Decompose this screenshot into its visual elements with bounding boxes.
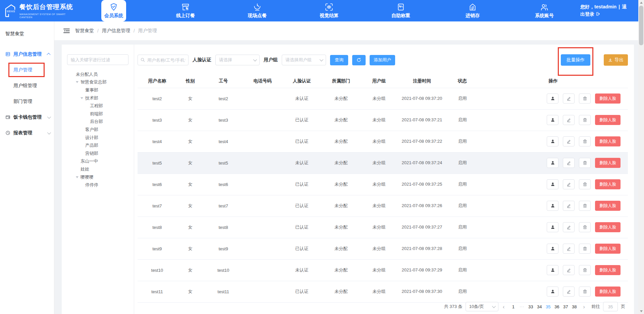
edit-button[interactable] xyxy=(563,179,575,189)
table-row[interactable]: test5 女 test5 未认证 未分配 未分组 2021-07-08 09:… xyxy=(138,152,628,174)
delete-face-button[interactable]: 删除人脸 xyxy=(595,179,621,189)
query-button[interactable]: 查询 xyxy=(330,55,348,65)
table-row[interactable]: test7 女 test7 已认证 未分配 未分组 2021-07-08 09:… xyxy=(138,195,628,216)
edit-button[interactable] xyxy=(563,201,575,211)
page-number[interactable]: 38 xyxy=(570,302,579,311)
page-number[interactable]: 34 xyxy=(535,302,544,311)
upload-avatar-button[interactable] xyxy=(547,115,558,125)
tree-node[interactable]: 后台部 xyxy=(67,118,128,126)
tree-node[interactable]: 董事部 xyxy=(67,86,128,94)
scrollbar-down-arrow[interactable] xyxy=(638,309,644,314)
table-row[interactable]: test6 女 test6 已认证 未分配 未分组 2021-07-08 09:… xyxy=(138,174,628,195)
tree-node[interactable]: 智慧食堂总部 xyxy=(67,78,128,86)
delete-face-button[interactable]: 删除人脸 xyxy=(595,136,621,146)
sidebar-group-meal-card-wallet[interactable]: 饭卡钱包管理 xyxy=(0,109,54,125)
tree-node[interactable]: 未分配人员 xyxy=(67,70,128,78)
table-row[interactable]: test2 女 test2 未认证 未分配 未分组 2021-07-08 09:… xyxy=(138,88,628,109)
table-row[interactable]: test4 女 test4 已认证 未分配 未分组 2021-07-08 09:… xyxy=(138,131,628,152)
nav-item-self-weighing[interactable]: 自助称重 xyxy=(365,0,437,21)
sidebar-group-user-info[interactable]: 用户信息管理 xyxy=(0,46,54,62)
nav-item-member-system[interactable]: 会员系统 xyxy=(101,0,126,21)
edit-button[interactable] xyxy=(563,287,575,297)
delete-face-button[interactable]: 删除人脸 xyxy=(595,158,621,168)
vertical-scrollbar[interactable] xyxy=(638,0,644,314)
table-row[interactable]: test3 女 test3 已认证 未分配 未分组 2021-07-08 09:… xyxy=(138,109,628,131)
tree-node[interactable]: 东山一中 xyxy=(67,158,128,166)
edit-button[interactable] xyxy=(563,93,575,104)
logout-icon[interactable] xyxy=(596,11,600,17)
tree-node[interactable]: 前端部 xyxy=(67,110,128,118)
nav-item-online-order[interactable]: 线上订餐 xyxy=(150,0,221,21)
delete-button[interactable] xyxy=(579,244,591,254)
tree-node[interactable]: 产品部 xyxy=(67,141,128,149)
delete-button[interactable] xyxy=(579,136,591,146)
tree-node[interactable]: 工程部 xyxy=(67,102,128,110)
sidebar-item-user-group-management[interactable]: 用户组管理 xyxy=(0,78,54,93)
page-number[interactable]: 33 xyxy=(526,302,535,311)
user-group-select[interactable]: 请选择用户组 xyxy=(282,55,326,65)
page-number[interactable]: 35 xyxy=(544,302,552,311)
batch-operation-button[interactable]: 批量操作 xyxy=(561,54,590,66)
upload-avatar-button[interactable] xyxy=(547,265,558,275)
nav-item-vision-checkout[interactable]: 视觉结算 xyxy=(293,0,365,21)
sidebar-item-user-management[interactable]: 用户管理 xyxy=(0,62,54,78)
tree-caret-icon[interactable] xyxy=(76,176,80,178)
upload-avatar-button[interactable] xyxy=(547,287,558,297)
edit-button[interactable] xyxy=(563,265,575,275)
tree-node[interactable]: 嘤嘤嘤 xyxy=(67,173,128,181)
upload-avatar-button[interactable] xyxy=(547,158,558,168)
page-number[interactable]: 1 xyxy=(509,302,518,311)
table-row[interactable]: test9 女 test9 已认证 未分配 未分组 2021-07-08 09:… xyxy=(138,238,628,259)
delete-face-button[interactable]: 删除人脸 xyxy=(595,287,621,297)
collapse-menu-icon[interactable] xyxy=(63,28,70,34)
tree-filter-input[interactable] xyxy=(67,54,128,65)
scrollbar-thumb[interactable] xyxy=(639,6,643,45)
sidebar-item-department-management[interactable]: 部门管理 xyxy=(0,93,54,109)
upload-avatar-button[interactable] xyxy=(547,179,558,189)
refresh-button[interactable] xyxy=(352,55,366,65)
delete-button[interactable] xyxy=(579,201,591,211)
tree-node[interactable]: 停停停 xyxy=(67,181,128,189)
edit-button[interactable] xyxy=(563,244,575,254)
delete-face-button[interactable]: 删除人脸 xyxy=(595,265,621,275)
delete-button[interactable] xyxy=(579,287,591,297)
delete-face-button[interactable]: 删除人脸 xyxy=(595,115,621,125)
delete-face-button[interactable]: 删除人脸 xyxy=(595,201,621,211)
upload-avatar-button[interactable] xyxy=(547,93,558,104)
delete-button[interactable] xyxy=(579,93,591,104)
tree-node[interactable]: 技术部 xyxy=(67,94,128,102)
page-ellipsis[interactable]: ··· xyxy=(518,302,526,311)
delete-button[interactable] xyxy=(579,115,591,125)
page-number[interactable]: 36 xyxy=(552,302,561,311)
tree-caret-icon[interactable] xyxy=(80,97,85,99)
page-number[interactable]: 37 xyxy=(561,302,570,311)
breadcrumb-item[interactable]: 用户信息管理 xyxy=(102,28,130,34)
upload-avatar-button[interactable] xyxy=(547,136,558,146)
scrollbar-up-arrow[interactable] xyxy=(638,0,644,5)
tree-node[interactable]: 娃娃 xyxy=(67,165,128,173)
edit-button[interactable] xyxy=(563,158,575,168)
table-row[interactable]: test8 女 test8 已认证 未分配 未分组 2021-07-08 09:… xyxy=(138,216,628,238)
nav-item-onsite-order[interactable]: 现场点餐 xyxy=(221,0,293,21)
edit-button[interactable] xyxy=(563,136,575,146)
table-row[interactable]: test10 女 test10 未认证 未分配 未分组 2021-07-08 0… xyxy=(138,259,628,281)
delete-button[interactable] xyxy=(579,222,591,232)
upload-avatar-button[interactable] xyxy=(547,222,558,232)
delete-face-button[interactable]: 删除人脸 xyxy=(595,222,621,232)
goto-page-input[interactable] xyxy=(603,302,618,311)
table-row[interactable]: test11 女 test11 已认证 未分配 未分组 2021-07-08 0… xyxy=(138,281,628,302)
delete-button[interactable] xyxy=(579,179,591,189)
delete-face-button[interactable]: 删除人脸 xyxy=(595,244,621,254)
nav-item-inventory[interactable]: 进销存 xyxy=(437,0,508,21)
delete-button[interactable] xyxy=(579,265,591,275)
face-auth-select[interactable]: 请选择 xyxy=(215,55,260,65)
delete-button[interactable] xyxy=(579,158,591,168)
tree-caret-icon[interactable] xyxy=(76,81,80,83)
add-user-button[interactable]: 添加用户 xyxy=(370,55,395,65)
edit-button[interactable] xyxy=(563,222,575,232)
delete-face-button[interactable]: 删除人脸 xyxy=(595,93,621,104)
export-button[interactable]: 导出 xyxy=(604,54,628,66)
tree-node[interactable]: 营销部 xyxy=(67,149,128,158)
tree-node[interactable]: 设计部 xyxy=(67,134,128,142)
nav-item-system-account[interactable]: 系统账号 xyxy=(508,0,580,21)
